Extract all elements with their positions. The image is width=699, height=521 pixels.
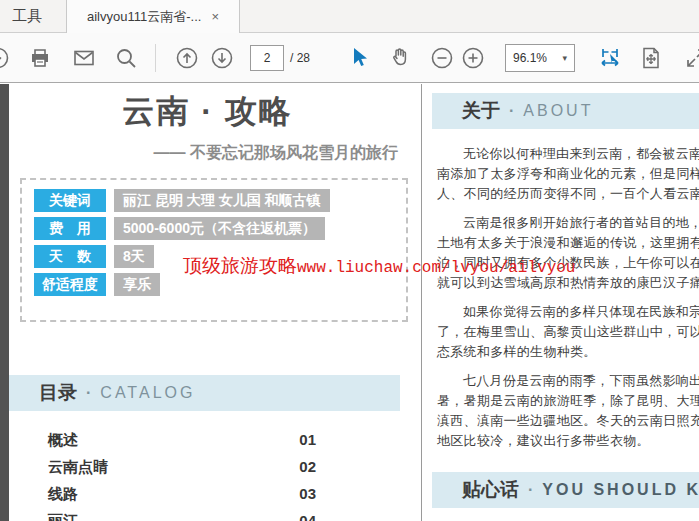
catalog-title-en: CATALOG <box>100 384 195 402</box>
catalog-list: 概述 01 云南点睛 02 线路 03 丽江 04 <box>48 430 316 521</box>
toolbar: 2 / 28 96.1% ▾ <box>0 33 699 83</box>
page-count-label: / 28 <box>290 51 310 65</box>
info-label: 舒适程度 <box>34 273 106 296</box>
paragraph-line: 了，在梅里雪山、高黎贡山这些群山中，可以看到 <box>437 322 699 342</box>
catalog-item-overview: 概述 01 <box>48 430 316 457</box>
page-number-input[interactable]: 2 <box>250 45 284 71</box>
about-section-header: 关于 · ABOUT <box>432 93 699 129</box>
paragraph-line: 态系统和多样的生物种类。 <box>437 342 699 362</box>
page-title: 云南 · 攻略 <box>20 90 395 134</box>
about-title-zh: 关于 <box>462 98 500 124</box>
tab-document[interactable]: ailvyou111云南省-... × <box>66 0 240 33</box>
about-dot: · <box>509 102 514 120</box>
info-row-comfort: 舒适程度 享乐 <box>34 273 394 296</box>
chevron-down-icon: ▾ <box>562 53 567 63</box>
info-label: 天 数 <box>34 245 106 268</box>
zoom-in-icon[interactable] <box>461 46 485 70</box>
catalog-item-lijiang: 丽江 04 <box>48 511 316 521</box>
paragraph-line: 滇西、滇南一些边疆地区。冬天的云南日照充足， <box>437 411 699 431</box>
paragraph-line: 就可以到达雪域高原和热情奔放的康巴汉子痛饮青 <box>437 273 699 293</box>
info-value: 丽江 昆明 大理 女儿国 和顺古镇 <box>114 189 330 212</box>
save-icon[interactable] <box>0 46 10 70</box>
paragraph-line: 地区比较冷，建议出行多带些衣物。 <box>437 431 699 451</box>
tips-section-header: 贴心话 · YOU SHOULD KNOW <box>432 472 699 508</box>
column-divider <box>421 84 422 521</box>
zoom-out-icon[interactable] <box>430 46 454 70</box>
catalog-item-label: 丽江 <box>48 511 78 521</box>
paragraph-line: 无论你以何种理由来到云南，都会被云南的美 <box>437 144 699 164</box>
tab-tools[interactable]: 工具 <box>12 7 42 26</box>
info-row-days: 天 数 8天 <box>34 245 394 268</box>
document-tab-title: ailvyou111云南省-... <box>87 8 201 26</box>
pdf-page-view: 云南 · 攻略 —— 不要忘记那场风花雪月的旅行 关键词 丽江 昆明 大理 女儿… <box>0 84 699 521</box>
fullscreen-icon[interactable] <box>684 46 699 70</box>
viewer-background-strip <box>0 84 9 521</box>
catalog-item-page: 04 <box>299 511 316 521</box>
info-row-keywords: 关键词 丽江 昆明 大理 女儿国 和顺古镇 <box>34 189 394 212</box>
page-subtitle: —— 不要忘记那场风花雪月的旅行 <box>20 143 398 164</box>
fit-width-icon[interactable] <box>598 46 622 70</box>
about-title-en: ABOUT <box>523 102 593 120</box>
info-value: 享乐 <box>114 273 160 296</box>
catalog-item-page: 01 <box>299 430 316 457</box>
info-value: 8天 <box>114 245 154 268</box>
catalog-item-page: 02 <box>299 457 316 484</box>
select-tool-icon[interactable] <box>348 46 372 70</box>
paragraph-line: 如果你觉得云南的多样只体现在民族和宗教上 <box>437 302 699 322</box>
paragraph-line: 七八月份是云南的雨季，下雨虽然影响出行避 <box>437 371 699 391</box>
tips-dot: · <box>528 481 533 499</box>
paragraph-line: 云南是很多刚开始旅行者的首站目的地，这片 <box>437 213 699 233</box>
tab-bar: 工具 ailvyou111云南省-... × <box>0 0 699 33</box>
paragraph-line: 土地有太多关于浪漫和邂逅的传说，这里拥有众多 <box>437 233 699 253</box>
paragraph: 如果你觉得云南的多样只体现在民族和宗教上 了，在梅里雪山、高黎贡山这些群山中，可… <box>437 302 699 362</box>
catalog-item-label: 概述 <box>48 430 78 457</box>
close-icon[interactable]: × <box>211 10 219 23</box>
catalog-item-page: 03 <box>299 484 316 511</box>
about-paragraphs: 无论你以何种理由来到云南，都会被云南的美 南添加了太多浮夸和商业化的元素，但是同… <box>437 144 699 460</box>
print-icon[interactable] <box>28 46 52 70</box>
info-label: 费 用 <box>34 217 106 240</box>
catalog-item-label: 云南点睛 <box>48 457 108 484</box>
zoom-level-value: 96.1% <box>513 51 547 65</box>
toolbar-separator <box>155 44 156 72</box>
catalog-dot: · <box>86 384 91 402</box>
prev-page-icon[interactable] <box>175 46 199 70</box>
trip-info-box: 关键词 丽江 昆明 大理 女儿国 和顺古镇 费 用 5000-6000元（不含往… <box>20 178 408 322</box>
paragraph: 七八月份是云南的雨季，下雨虽然影响出行避 暑，暑期是云南的旅游旺季，除了昆明、大… <box>437 371 699 451</box>
zoom-level-dropdown[interactable]: 96.1% ▾ <box>505 44 575 72</box>
paragraph: 无论你以何种理由来到云南，都会被云南的美 南添加了太多浮夸和商业化的元素，但是同… <box>437 144 699 204</box>
info-row-cost: 费 用 5000-6000元（不含往返机票） <box>34 217 394 240</box>
paragraph-line: 南添加了太多浮夸和商业化的元素，但是同样的美 <box>437 164 699 184</box>
paragraph-line: 泊，同时又拥有多个少数民族，上午你可以在洱海 <box>437 253 699 273</box>
catalog-item-highlights: 云南点睛 02 <box>48 457 316 484</box>
hand-tool-icon[interactable] <box>388 46 412 70</box>
catalog-title-zh: 目录 <box>39 380 77 406</box>
info-label: 关键词 <box>34 189 106 212</box>
catalog-item-label: 线路 <box>48 484 78 511</box>
catalog-section-header: 目录 · CATALOG <box>9 375 400 411</box>
paragraph-line: 暑，暑期是云南的旅游旺季，除了昆明、大理等热 <box>437 391 699 411</box>
info-value: 5000-6000元（不含往返机票） <box>114 217 325 240</box>
email-icon[interactable] <box>72 46 96 70</box>
fit-page-icon[interactable] <box>639 46 663 70</box>
tips-title-zh: 贴心话 <box>462 477 519 503</box>
tips-title-en: YOU SHOULD KNOW <box>542 481 699 499</box>
search-icon[interactable] <box>114 46 138 70</box>
paragraph-line: 人、不同的经历而变得不同，一百个人看云南或许 <box>437 184 699 204</box>
paragraph: 云南是很多刚开始旅行者的首站目的地，这片 土地有太多关于浪漫和邂逅的传说，这里拥… <box>437 213 699 293</box>
catalog-item-routes: 线路 03 <box>48 484 316 511</box>
next-page-icon[interactable] <box>210 46 234 70</box>
